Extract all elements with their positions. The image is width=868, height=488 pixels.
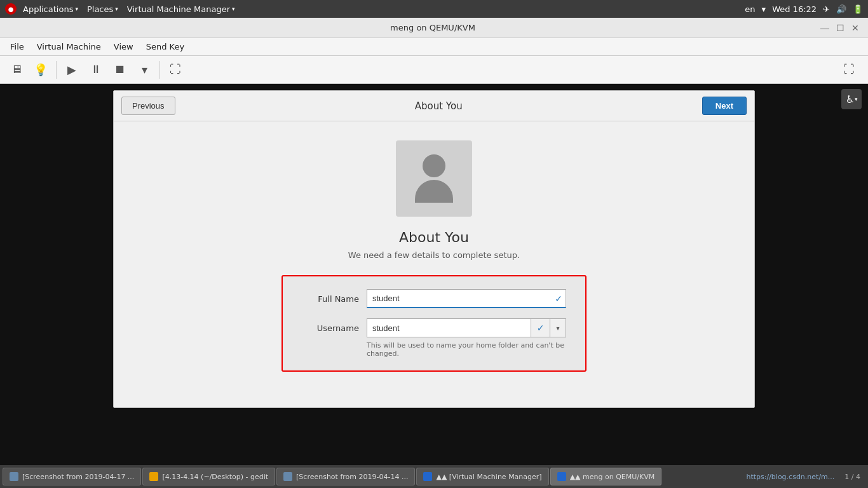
avatar-body xyxy=(415,180,453,203)
taskbar-icon-screenshot1 xyxy=(10,472,18,481)
username-dropdown-button[interactable]: ▾ xyxy=(550,318,566,337)
maximize-button[interactable]: ☐ xyxy=(835,23,845,33)
vm-manager-menu[interactable]: Virtual Machine Manager ▾ xyxy=(125,3,238,15)
taskbar: [Screenshot from 2019-04-17 ... [4.13-4.… xyxy=(0,465,868,488)
toolbar-separator-1 xyxy=(56,61,57,79)
dialog-body: About You We need a few details to compl… xyxy=(114,121,754,407)
taskbar-label-meng: ▲▲ meng on QEMU/KVM xyxy=(570,473,655,481)
airplane-icon: ✈ xyxy=(823,4,830,14)
bulb-button[interactable]: 💡 xyxy=(29,58,52,81)
applications-label: Applications xyxy=(23,4,73,14)
next-button[interactable]: Next xyxy=(702,97,747,115)
dropdown-button[interactable]: ▾ xyxy=(133,58,156,81)
vm-dropdown-arrow: ▾ xyxy=(232,6,235,12)
minimize-button[interactable]: — xyxy=(820,23,830,33)
resize-button[interactable]: ⛶ xyxy=(164,58,187,81)
username-input-wrap: ✓ ▾ xyxy=(367,318,566,337)
previous-button[interactable]: Previous xyxy=(121,97,175,115)
system-bar-right: en ▾ Wed 16:22 ✈ 🔊 🔋 xyxy=(745,4,863,14)
form-area: Full Name ✓ Username ✓ ▾ xyxy=(281,275,587,372)
monitor-icon: 🖥 xyxy=(11,63,22,76)
volume-icon: 🔊 xyxy=(836,4,846,14)
virtual-machine-menu[interactable]: Virtual Machine xyxy=(32,40,106,53)
username-input[interactable] xyxy=(367,318,531,337)
menu-bar: File Virtual Machine View Send Key xyxy=(0,38,868,56)
fullscreen-button[interactable]: ⛶ xyxy=(837,58,860,81)
about-heading: About You xyxy=(399,229,469,245)
battery-icon: 🔋 xyxy=(853,4,863,14)
taskbar-label-screenshot1: [Screenshot from 2019-04-17 ... xyxy=(22,473,134,481)
toolbar-separator-2 xyxy=(159,61,160,79)
dialog-title: About You xyxy=(175,100,702,112)
vm-content-area: ♿ ▾ Previous About You Next About xyxy=(0,84,868,465)
accessibility-dropdown: ▾ xyxy=(855,96,858,102)
taskbar-page-count: 1 / 4 xyxy=(839,473,865,481)
toolbar-left: 🖥 💡 ▶ ⏸ ⏹ ▾ ⛶ xyxy=(5,58,187,81)
applications-menu[interactable]: Applications ▾ xyxy=(20,3,81,15)
system-bar: ● Applications ▾ Places ▾ Virtual Machin… xyxy=(0,0,868,18)
taskbar-icon-meng xyxy=(557,472,566,481)
taskbar-icon-gedit xyxy=(149,472,158,481)
places-label: Places xyxy=(87,4,113,14)
monitor-button[interactable]: 🖥 xyxy=(5,58,28,81)
system-bar-left: ● Applications ▾ Places ▾ Virtual Machin… xyxy=(5,3,238,15)
username-row: Username ✓ ▾ xyxy=(302,318,566,337)
taskbar-icon-vm-manager xyxy=(423,472,432,481)
file-menu[interactable]: File xyxy=(5,40,29,53)
apps-dropdown-arrow: ▾ xyxy=(75,6,78,12)
dialog-header: Previous About You Next xyxy=(114,91,754,121)
username-label: Username xyxy=(302,323,359,333)
username-check-button: ✓ xyxy=(531,318,550,337)
view-menu[interactable]: View xyxy=(109,40,139,53)
fullname-check-icon: ✓ xyxy=(555,294,562,304)
dropdown-icon: ▾ xyxy=(142,63,147,77)
taskbar-item-meng[interactable]: ▲▲ meng on QEMU/KVM xyxy=(550,468,662,485)
window-controls: — ☐ ✕ xyxy=(820,23,860,33)
stop-icon: ⏹ xyxy=(114,63,126,76)
taskbar-item-vm-manager[interactable]: ▲▲ [Virtual Machine Manager] xyxy=(416,468,548,485)
taskbar-item-screenshot1[interactable]: [Screenshot from 2019-04-17 ... xyxy=(3,468,141,485)
bulb-icon: 💡 xyxy=(34,63,48,77)
toolbar: 🖥 💡 ▶ ⏸ ⏹ ▾ ⛶ ⛶ xyxy=(0,56,868,84)
places-dropdown-arrow: ▾ xyxy=(115,6,118,12)
window-title: meng on QEMU/KVM xyxy=(46,23,820,32)
fullname-input-wrap: ✓ xyxy=(367,289,566,308)
taskbar-item-screenshot2[interactable]: [Screenshot from 2019-04-14 ... xyxy=(276,468,415,485)
pause-icon: ⏸ xyxy=(90,63,102,76)
close-button[interactable]: ✕ xyxy=(850,23,860,33)
avatar[interactable] xyxy=(396,140,472,217)
dropdown-arrow: ▾ xyxy=(762,4,766,14)
vm-window: meng on QEMU/KVM — ☐ ✕ File Virtual Mach… xyxy=(0,18,868,488)
about-subtitle: We need a few details to complete setup. xyxy=(348,250,520,260)
fedora-logo: ● xyxy=(5,3,17,15)
taskbar-label-gedit: [4.13-4.14 (~/Desktop) - gedit xyxy=(162,473,268,481)
play-icon: ▶ xyxy=(67,63,76,77)
taskbar-label-screenshot2: [Screenshot from 2019-04-14 ... xyxy=(296,473,408,481)
avatar-head xyxy=(423,154,445,177)
taskbar-label-vm-manager: ▲▲ [Virtual Machine Manager] xyxy=(436,473,541,481)
taskbar-icon-screenshot2 xyxy=(283,472,292,481)
resize-icon: ⛶ xyxy=(170,63,181,76)
places-menu[interactable]: Places ▾ xyxy=(85,3,121,15)
taskbar-item-gedit[interactable]: [4.13-4.14 (~/Desktop) - gedit xyxy=(142,468,275,485)
send-key-menu[interactable]: Send Key xyxy=(141,40,189,53)
accessibility-button[interactable]: ♿ ▾ xyxy=(841,89,862,109)
taskbar-url: https://blog.csdn.net/m... xyxy=(742,473,838,481)
setup-dialog: Previous About You Next About You We nee… xyxy=(113,90,755,408)
play-button[interactable]: ▶ xyxy=(60,58,83,81)
fullname-label: Full Name xyxy=(302,294,359,304)
lang-indicator[interactable]: en xyxy=(745,4,755,14)
vm-manager-label: Virtual Machine Manager xyxy=(127,4,230,14)
username-hint: This will be used to name your home fold… xyxy=(302,341,566,358)
stop-button[interactable]: ⏹ xyxy=(109,58,132,81)
accessibility-icon: ♿ xyxy=(846,93,855,105)
avatar-icon xyxy=(415,154,453,203)
title-bar: meng on QEMU/KVM — ☐ ✕ xyxy=(0,18,868,38)
fullname-row: Full Name ✓ xyxy=(302,289,566,308)
fullname-input[interactable] xyxy=(367,289,566,308)
pause-button[interactable]: ⏸ xyxy=(85,58,107,81)
time-display: Wed 16:22 xyxy=(772,4,817,14)
fullscreen-icon: ⛶ xyxy=(843,63,855,76)
